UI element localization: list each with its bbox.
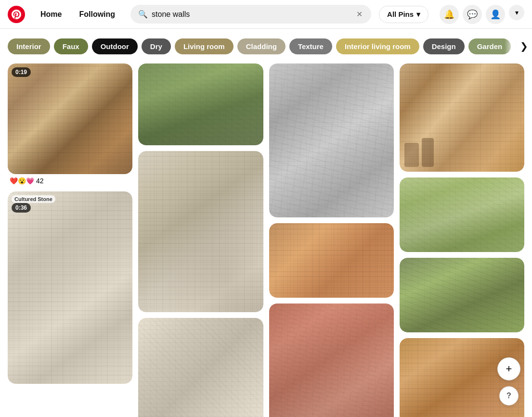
pin-card[interactable]	[138, 63, 263, 145]
pin-footer: ❤️😮💗 42	[8, 174, 132, 186]
pin-card[interactable]	[269, 303, 394, 417]
filter-chevron-icon: ▾	[416, 10, 420, 19]
pin-card[interactable]	[269, 223, 394, 298]
chip-cladding[interactable]: Cladding	[237, 38, 285, 54]
search-bar: 🔍 ✕	[130, 5, 371, 24]
plus-icon: +	[506, 363, 512, 375]
fab-container: + ?	[497, 357, 520, 405]
pin-card[interactable]	[400, 258, 524, 332]
following-link[interactable]: Following	[71, 6, 123, 23]
pins-grid: 0:19 ❤️😮💗 42 Cultured Stone 0:36	[0, 63, 532, 417]
pin-image-wrap	[138, 63, 263, 145]
video-duration-badge: 0:19	[12, 67, 31, 77]
user-icon: 👤	[490, 9, 501, 20]
account-button[interactable]: 👤	[486, 5, 505, 24]
bell-icon: 🔔	[444, 9, 454, 20]
header: Home Following 🔍 ✕ All Pins ▾ 🔔 💬 👤 ▾	[0, 0, 532, 29]
chips-scroll-right[interactable]: ❯	[505, 29, 532, 63]
pin-card[interactable]	[138, 151, 263, 312]
chevron-down-icon: ▾	[515, 9, 519, 16]
pin-image-wrap	[269, 303, 394, 417]
reaction-count: 42	[36, 177, 44, 185]
pin-image-wrap	[269, 63, 394, 217]
home-link[interactable]: Home	[33, 6, 69, 23]
chip-interior[interactable]: Interior	[8, 38, 50, 54]
help-button[interactable]: ?	[499, 386, 519, 405]
chip-interior-living-room[interactable]: Interior living room	[336, 38, 419, 54]
messages-button[interactable]: 💬	[463, 5, 482, 24]
pinterest-icon	[12, 10, 21, 19]
pin-image-wrap	[269, 223, 394, 298]
chip-design[interactable]: Design	[423, 38, 465, 54]
search-input[interactable]	[152, 10, 351, 19]
pin-card[interactable]	[269, 63, 394, 217]
pin-card[interactable]	[138, 318, 263, 417]
pinterest-logo[interactable]	[8, 6, 25, 23]
pin-image-wrap	[138, 151, 263, 312]
filter-label: All Pins	[387, 10, 414, 18]
pin-card[interactable]: Cultured Stone 0:36	[8, 191, 132, 384]
chip-outdoor[interactable]: Outdoor	[92, 38, 138, 54]
chip-living-room[interactable]: Living room	[175, 38, 234, 54]
chat-icon: 💬	[467, 9, 478, 20]
chip-dry[interactable]: Dry	[142, 38, 171, 54]
chips-bar: Interior Faux Outdoor Dry Living room Cl…	[0, 29, 532, 63]
pin-image-wrap	[138, 318, 263, 417]
pin-card[interactable]: 0:19 ❤️😮💗 42	[8, 63, 132, 186]
question-icon: ?	[506, 392, 511, 400]
pin-reactions: ❤️😮💗 42	[10, 177, 130, 185]
pin-image-wrap	[400, 258, 524, 332]
more-button[interactable]: ▾	[509, 5, 524, 20]
chip-texture[interactable]: Texture	[289, 38, 332, 54]
pin-card[interactable]	[400, 177, 524, 252]
pin-card[interactable]	[400, 63, 524, 172]
pin-image-wrap	[400, 177, 524, 252]
pin-image-wrap	[400, 63, 524, 172]
pin-image-wrap: Cultured Stone 0:36	[8, 191, 132, 384]
add-button[interactable]: +	[497, 357, 520, 380]
pin-image-wrap: 0:19	[8, 63, 132, 174]
search-icon: 🔍	[138, 10, 148, 19]
clear-search-button[interactable]: ✕	[355, 9, 363, 20]
main-nav: Home Following	[33, 6, 123, 23]
filter-button[interactable]: All Pins ▾	[379, 6, 428, 23]
header-icons: 🔔 💬 👤 ▾	[440, 5, 524, 24]
chip-faux[interactable]: Faux	[54, 38, 88, 54]
notifications-button[interactable]: 🔔	[440, 5, 459, 24]
